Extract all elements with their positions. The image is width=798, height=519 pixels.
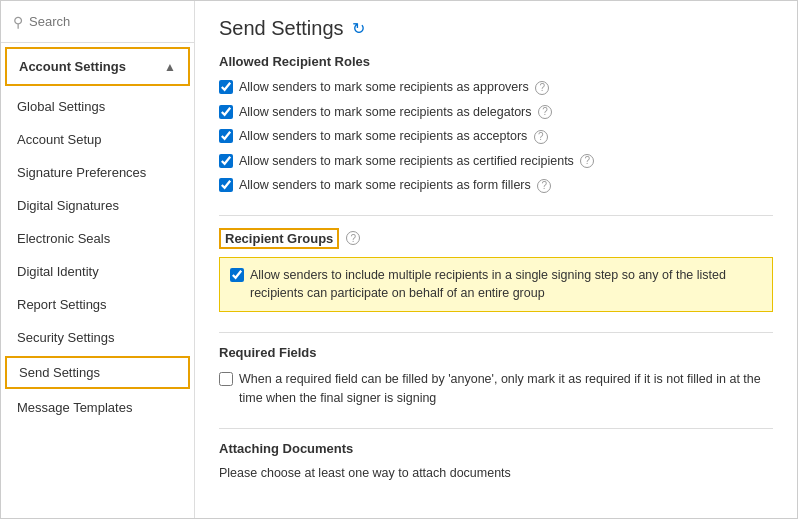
recipient-groups-title: Recipient Groups	[219, 228, 339, 249]
help-icon-form-fillers[interactable]: ?	[537, 179, 551, 193]
sidebar-item-digital-identity[interactable]: Digital Identity	[1, 255, 194, 288]
checkbox-delegators: Allow senders to mark some recipients as…	[219, 104, 773, 122]
checkbox-certified: Allow senders to mark some recipients as…	[219, 153, 773, 171]
sidebar-item-message-templates[interactable]: Message Templates	[1, 391, 194, 424]
allowed-recipient-roles-title: Allowed Recipient Roles	[219, 54, 773, 69]
checkbox-certified-input[interactable]	[219, 154, 233, 168]
help-icon-certified[interactable]: ?	[580, 154, 594, 168]
checkbox-groups-input[interactable]	[230, 268, 244, 282]
checkbox-required-input[interactable]	[219, 372, 233, 386]
page-title-text: Send Settings	[219, 17, 344, 40]
help-icon-delegators[interactable]: ?	[538, 105, 552, 119]
help-icon-approvers[interactable]: ?	[535, 81, 549, 95]
checkbox-acceptors: Allow senders to mark some recipients as…	[219, 128, 773, 146]
account-settings-label: Account Settings	[19, 59, 126, 74]
nav-items-list: Global SettingsAccount SetupSignature Pr…	[1, 90, 194, 424]
sidebar-item-signature-preferences[interactable]: Signature Preferences	[1, 156, 194, 189]
checkbox-acceptors-label: Allow senders to mark some recipients as…	[239, 128, 548, 146]
checkbox-acceptors-input[interactable]	[219, 129, 233, 143]
checkbox-certified-label: Allow senders to mark some recipients as…	[239, 153, 594, 171]
refresh-icon[interactable]: ↻	[352, 19, 365, 38]
attaching-documents-note: Please choose at least one way to attach…	[219, 466, 773, 480]
attaching-documents-section: Attaching Documents Please choose at lea…	[219, 441, 773, 480]
sidebar-item-send-settings[interactable]: Send Settings	[5, 356, 190, 389]
sidebar: ⚲ Account Settings ▲ Global SettingsAcco…	[1, 1, 195, 518]
checkbox-approvers-input[interactable]	[219, 80, 233, 94]
attaching-documents-title: Attaching Documents	[219, 441, 773, 456]
checkbox-delegators-label: Allow senders to mark some recipients as…	[239, 104, 552, 122]
required-fields-checkbox-row: When a required field can be filled by '…	[219, 370, 773, 408]
chevron-up-icon: ▲	[164, 60, 176, 74]
recipient-groups-highlighted-row: Allow senders to include multiple recipi…	[219, 257, 773, 313]
page-title: Send Settings ↻	[219, 17, 773, 40]
sidebar-item-digital-signatures[interactable]: Digital Signatures	[1, 189, 194, 222]
sidebar-item-account-setup[interactable]: Account Setup	[1, 123, 194, 156]
checkbox-approvers: Allow senders to mark some recipients as…	[219, 79, 773, 97]
search-input[interactable]	[29, 14, 182, 29]
checkbox-approvers-label: Allow senders to mark some recipients as…	[239, 79, 549, 97]
help-icon-acceptors[interactable]: ?	[534, 130, 548, 144]
checkbox-form-fillers-label: Allow senders to mark some recipients as…	[239, 177, 551, 195]
help-icon-recipient-groups[interactable]: ?	[346, 231, 360, 245]
required-fields-title: Required Fields	[219, 345, 773, 360]
sidebar-item-account-settings[interactable]: Account Settings ▲	[5, 47, 190, 86]
allowed-recipient-roles-section: Allowed Recipient Roles Allow senders to…	[219, 54, 773, 195]
sidebar-item-report-settings[interactable]: Report Settings	[1, 288, 194, 321]
checkbox-form-fillers-input[interactable]	[219, 178, 233, 192]
checkbox-delegators-input[interactable]	[219, 105, 233, 119]
recipient-groups-title-wrap: Recipient Groups ?	[219, 228, 360, 249]
sidebar-item-global-settings[interactable]: Global Settings	[1, 90, 194, 123]
recipient-groups-section: Recipient Groups ? Allow senders to incl…	[219, 228, 773, 313]
checkbox-groups-label: Allow senders to include multiple recipi…	[250, 266, 762, 304]
main-content: Send Settings ↻ Allowed Recipient Roles …	[195, 1, 797, 518]
search-bar[interactable]: ⚲	[1, 1, 194, 43]
divider-1	[219, 215, 773, 216]
required-fields-section: Required Fields When a required field ca…	[219, 345, 773, 408]
search-icon: ⚲	[13, 14, 23, 30]
divider-2	[219, 332, 773, 333]
divider-3	[219, 428, 773, 429]
checkbox-required-label: When a required field can be filled by '…	[239, 370, 773, 408]
checkbox-form-fillers: Allow senders to mark some recipients as…	[219, 177, 773, 195]
sidebar-item-electronic-seals[interactable]: Electronic Seals	[1, 222, 194, 255]
sidebar-item-security-settings[interactable]: Security Settings	[1, 321, 194, 354]
